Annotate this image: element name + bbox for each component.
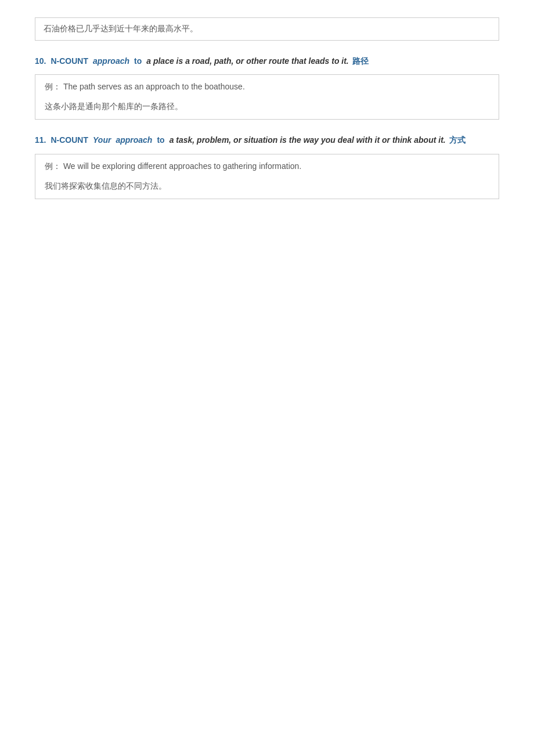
entry-10-example-en-prefix: 例：	[45, 82, 61, 91]
entry-11-keyword2: approach	[116, 134, 152, 146]
entry-10-example-cn: 这条小路是通向那个船库的一条路径。	[45, 102, 489, 112]
entry-10-header: 10. N-COUNT approach to a place is a roa…	[35, 55, 499, 67]
entry-11-pos: N-COUNT	[50, 134, 88, 146]
entry-11-keyword: Your	[93, 134, 111, 146]
entry-11: 11. N-COUNT Your approach to a task, pro…	[35, 134, 499, 199]
top-example-text: 石油价格已几乎达到近十年来的最高水平。	[44, 24, 198, 33]
entry-11-preposition: to	[157, 134, 164, 146]
entry-11-definition: a task, problem, or situation is the way…	[169, 134, 446, 146]
entry-10-keyword: approach	[93, 55, 129, 67]
entry-10-definition: a place is a road, path, or other route …	[146, 55, 349, 67]
entry-11-example-box: 例： We will be exploring different approa…	[35, 154, 499, 199]
entry-10-preposition: to	[134, 55, 142, 67]
entry-10-example-en: 例： The path serves as an approach to the…	[45, 82, 489, 92]
entry-10-example-en-text: The path serves as an approach to the bo…	[63, 82, 245, 91]
entry-11-header: 11. N-COUNT Your approach to a task, pro…	[35, 134, 499, 146]
entry-11-example-en-text: We will be exploring different approache…	[63, 161, 301, 171]
entry-10-example-box: 例： The path serves as an approach to the…	[35, 74, 499, 120]
entry-11-number: 11.	[35, 134, 46, 146]
top-example-box: 石油价格已几乎达到近十年来的最高水平。	[35, 17, 499, 41]
entry-10-pos: N-COUNT	[50, 55, 88, 67]
entry-11-example-en-prefix: 例：	[45, 161, 61, 171]
entry-10-number: 10.	[35, 55, 46, 67]
entry-11-example-cn: 我们将探索收集信息的不同方法。	[45, 181, 489, 192]
entry-11-example-en: 例： We will be exploring different approa…	[45, 161, 489, 172]
entry-11-translation: 方式	[449, 134, 466, 146]
entry-10: 10. N-COUNT approach to a place is a roa…	[35, 55, 499, 120]
entry-10-translation: 路径	[352, 55, 369, 67]
